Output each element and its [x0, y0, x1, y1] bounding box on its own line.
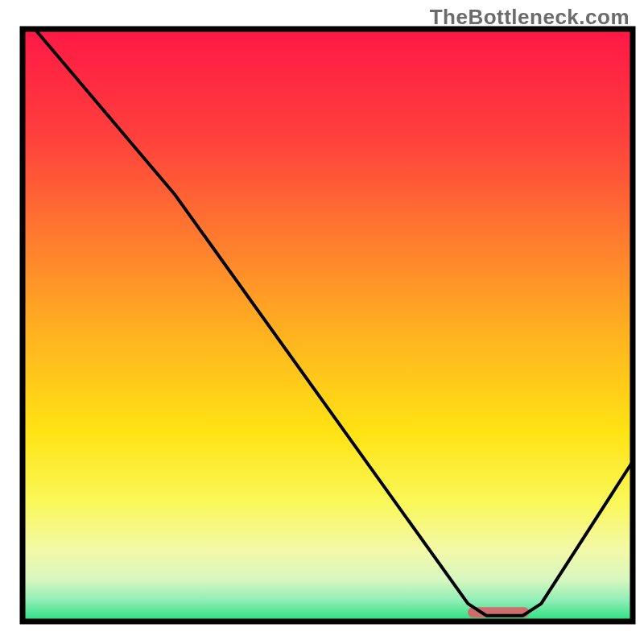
- watermark-text: TheBottleneck.com: [430, 5, 630, 30]
- bottleneck-chart: [0, 0, 644, 644]
- plot-gradient-background: [23, 29, 633, 621]
- chart-frame: TheBottleneck.com: [0, 0, 644, 644]
